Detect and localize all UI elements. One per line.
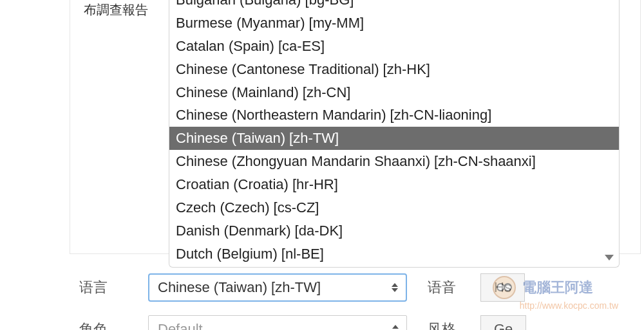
role-select-value: Default (158, 321, 203, 330)
language-dropdown-list[interactable]: Bulgarian (Bulgaria) [bg-BG] Burmese (My… (169, 0, 620, 268)
dropdown-item[interactable]: Croatian (Croatia) [hr-HR] (169, 173, 619, 196)
watermark: 電腦王阿達 http://www.kocpc.com.tw (493, 276, 618, 311)
dropdown-item[interactable]: Burmese (Myanmar) [my-MM] (169, 12, 619, 35)
partial-header-text: 布調查報告 (84, 0, 148, 20)
role-select[interactable]: Default (148, 315, 407, 330)
select-arrows-icon (392, 283, 398, 292)
dropdown-item[interactable]: Danish (Denmark) [da-DK] (169, 219, 619, 243)
watermark-url: http://www.kocpc.com.tw (493, 300, 618, 311)
role-row: 角色 Default 风格 Ge (0, 315, 526, 330)
dropdown-item[interactable]: Bulgarian (Bulgaria) [bg-BG] (169, 0, 619, 12)
voice-label: 语音 (407, 278, 456, 297)
dropdown-item-selected[interactable]: Chinese (Taiwan) [zh-TW] (169, 127, 619, 150)
style-button[interactable]: Ge (480, 315, 526, 330)
language-label: 语言 (0, 278, 148, 297)
scroll-down-icon[interactable] (605, 255, 614, 261)
select-arrows-icon (392, 325, 399, 330)
role-label: 角色 (0, 320, 148, 330)
dropdown-item[interactable]: Chinese (Mainland) [zh-CN] (169, 81, 619, 104)
watermark-text: 電腦王阿達 (522, 278, 593, 297)
language-select-value: Chinese (Taiwan) [zh-TW] (158, 279, 321, 295)
dropdown-item[interactable]: Chinese (Northeastern Mandarin) [zh-CN-l… (169, 104, 619, 127)
dropdown-item[interactable]: Catalan (Spain) [ca-ES] (169, 35, 619, 58)
watermark-avatar-icon (493, 276, 516, 299)
dropdown-item[interactable]: Czech (Czech) [cs-CZ] (169, 196, 619, 219)
dropdown-item[interactable]: Chinese (Cantonese Traditional) [zh-HK] (169, 58, 619, 81)
language-row: 语言 Chinese (Taiwan) [zh-TW] 语音 Hs (0, 273, 525, 302)
dropdown-item[interactable]: Dutch (Belgium) [nl-BE] (169, 243, 619, 266)
style-label: 风格 (407, 320, 456, 330)
language-select[interactable]: Chinese (Taiwan) [zh-TW] (148, 273, 407, 302)
dropdown-item[interactable]: Dutch (Netherlands) [nl-NL] (169, 266, 619, 268)
dropdown-item[interactable]: Chinese (Zhongyuan Mandarin Shaanxi) [zh… (169, 150, 619, 173)
